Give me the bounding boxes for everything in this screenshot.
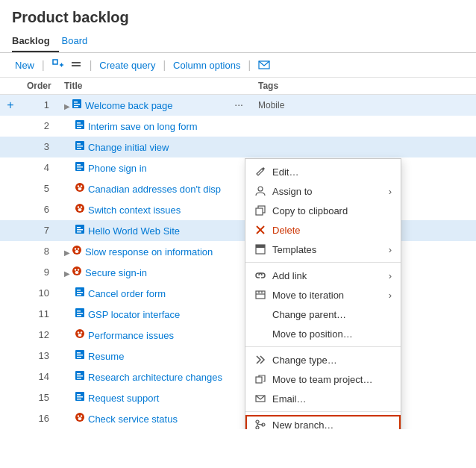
bug-icon xyxy=(72,266,82,276)
svg-rect-47 xyxy=(77,311,81,312)
row-title: Research architecture changes xyxy=(58,366,252,387)
submenu-arrow-icon: › xyxy=(389,244,392,255)
story-icon xyxy=(75,308,85,318)
row-title-link[interactable]: Phone sign in xyxy=(88,163,147,174)
row-order: 3 xyxy=(21,137,58,157)
menu-item-label: Add link xyxy=(272,270,307,281)
svg-rect-64 xyxy=(77,396,83,398)
svg-point-67 xyxy=(78,415,79,416)
menu-item-delete[interactable]: Delete xyxy=(245,220,401,240)
row-expand-icon[interactable]: ▶ xyxy=(64,269,70,278)
svg-rect-48 xyxy=(77,313,83,314)
row-title-link[interactable]: Cancel order form xyxy=(88,288,166,299)
row-title-link[interactable]: Switch context issues xyxy=(88,205,181,216)
row-order: 1 xyxy=(21,95,58,116)
svg-point-70 xyxy=(258,187,263,191)
row-title-link[interactable]: Secure sign-in xyxy=(85,267,147,278)
story-icon xyxy=(75,119,85,130)
svg-point-83 xyxy=(256,420,259,423)
menu-item-email-[interactable]: Email… xyxy=(245,389,401,408)
row-title: Request support xyxy=(58,387,252,408)
svg-point-36 xyxy=(78,248,79,249)
row-title-link[interactable]: Welcome back page xyxy=(85,100,173,111)
row-title-link[interactable]: Canadian addresses don't disp xyxy=(88,184,221,195)
col-title-header: Title xyxy=(58,78,252,95)
menu-item-label: New branch… xyxy=(272,419,333,429)
tab-backlog[interactable]: Backlog xyxy=(12,31,59,52)
svg-point-24 xyxy=(81,185,82,187)
row-title-link[interactable]: Request support xyxy=(88,393,159,404)
row-title-link[interactable]: Check service status xyxy=(88,414,178,425)
add-child-icon xyxy=(52,59,64,71)
email-button[interactable] xyxy=(255,57,273,72)
tab-bar: Backlog Board xyxy=(0,31,476,53)
col-add-header xyxy=(0,78,21,95)
svg-rect-61 xyxy=(77,378,81,379)
svg-rect-9 xyxy=(74,106,78,107)
row-title-link[interactable]: Research architecture changes xyxy=(88,372,222,383)
row-title: Resume xyxy=(58,346,252,366)
row-title: Check service status xyxy=(58,408,252,429)
page-title: Product backlog xyxy=(0,0,476,31)
row-title-link[interactable]: Resume xyxy=(88,351,124,362)
page-container: Product backlog Backlog Board New | | Cr… xyxy=(0,0,476,429)
story-icon xyxy=(75,370,85,381)
svg-point-69 xyxy=(78,417,82,420)
story-icon xyxy=(72,99,82,109)
row-order: 12 xyxy=(21,325,58,346)
add-child-button[interactable] xyxy=(49,57,67,72)
row-tags xyxy=(252,137,476,157)
menu-item-assign-to[interactable]: Assign to › xyxy=(245,181,401,201)
menu-item-change-parent-[interactable]: Change parent… xyxy=(245,305,401,324)
svg-point-25 xyxy=(78,187,82,190)
svg-rect-0 xyxy=(53,60,57,64)
collapse-button[interactable] xyxy=(67,57,85,72)
new-button[interactable]: New xyxy=(12,58,37,72)
row-order: 13 xyxy=(21,346,58,366)
table-row: 10Cancel order form xyxy=(0,283,476,304)
svg-rect-72 xyxy=(256,208,263,215)
svg-point-37 xyxy=(75,250,79,253)
row-title-link[interactable]: GSP locator interface xyxy=(88,309,180,320)
row-add-cell: + xyxy=(0,95,21,116)
svg-rect-60 xyxy=(77,375,83,377)
row-dots-button[interactable]: ··· xyxy=(231,99,246,110)
row-title: Change initial view xyxy=(58,137,252,157)
menu-item-copy-to-clipboard[interactable]: Copy to clipboard xyxy=(245,201,401,220)
sep2: | xyxy=(90,59,93,71)
submenu-arrow-icon: › xyxy=(389,186,392,197)
menu-icon-none xyxy=(254,308,266,320)
tab-board[interactable]: Board xyxy=(62,31,97,52)
create-query-button[interactable]: Create query xyxy=(96,58,158,72)
menu-icon-edit xyxy=(254,166,266,178)
menu-icon-copy xyxy=(254,205,266,216)
svg-rect-49 xyxy=(77,315,81,316)
column-options-button[interactable]: Column options xyxy=(170,58,243,72)
menu-item-new-branch-[interactable]: New branch… xyxy=(245,415,401,429)
menu-item-move-to-team-project-[interactable]: Move to team project… xyxy=(245,369,401,389)
row-add-cell xyxy=(0,137,21,157)
svg-point-39 xyxy=(75,269,76,270)
row-title-link[interactable]: Hello World Web Site xyxy=(88,225,180,237)
row-title-link[interactable]: Change initial view xyxy=(88,142,169,153)
context-menu: Edit… Assign to › Copy to clipboard Dele… xyxy=(245,158,401,429)
column-options-label: Column options xyxy=(173,60,240,71)
row-title-link[interactable]: Interim save on long form xyxy=(88,121,198,132)
menu-item-move-to-iteration[interactable]: Move to iteration › xyxy=(245,285,401,305)
menu-icon-link xyxy=(254,269,266,281)
add-row-icon[interactable]: + xyxy=(7,99,13,111)
menu-item-change-type-[interactable]: Change type… xyxy=(245,350,401,369)
row-expand-icon[interactable]: ▶ xyxy=(64,249,70,257)
svg-rect-56 xyxy=(77,355,83,356)
row-title-link[interactable]: Slow response on information xyxy=(85,246,213,258)
row-order: 2 xyxy=(21,116,58,137)
table-row: 13Resume xyxy=(0,346,476,366)
menu-item-move-to-position-[interactable]: Move to position… xyxy=(245,324,401,343)
svg-rect-77 xyxy=(256,291,265,299)
menu-item-edit-[interactable]: Edit… xyxy=(245,162,401,181)
menu-item-templates[interactable]: Templates › xyxy=(245,240,401,259)
table-row: 7Hello World Web Site xyxy=(0,220,476,241)
row-expand-icon[interactable]: ▶ xyxy=(64,102,70,110)
menu-item-add-link[interactable]: Add link › xyxy=(245,266,401,285)
row-title-link[interactable]: Performance issues xyxy=(88,330,174,341)
